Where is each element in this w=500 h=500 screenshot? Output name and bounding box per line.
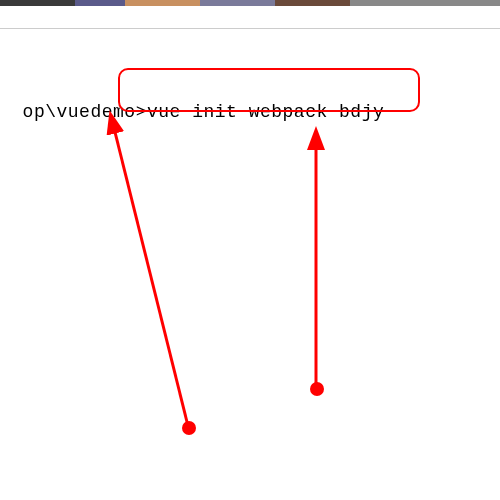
annotation-dot-right bbox=[310, 382, 324, 396]
horizontal-divider bbox=[0, 28, 500, 29]
annotation-dot-left bbox=[182, 421, 196, 435]
window-titlebar-fragment bbox=[0, 0, 500, 6]
annotation-highlight-box bbox=[118, 68, 420, 112]
arrow-left bbox=[111, 116, 188, 426]
